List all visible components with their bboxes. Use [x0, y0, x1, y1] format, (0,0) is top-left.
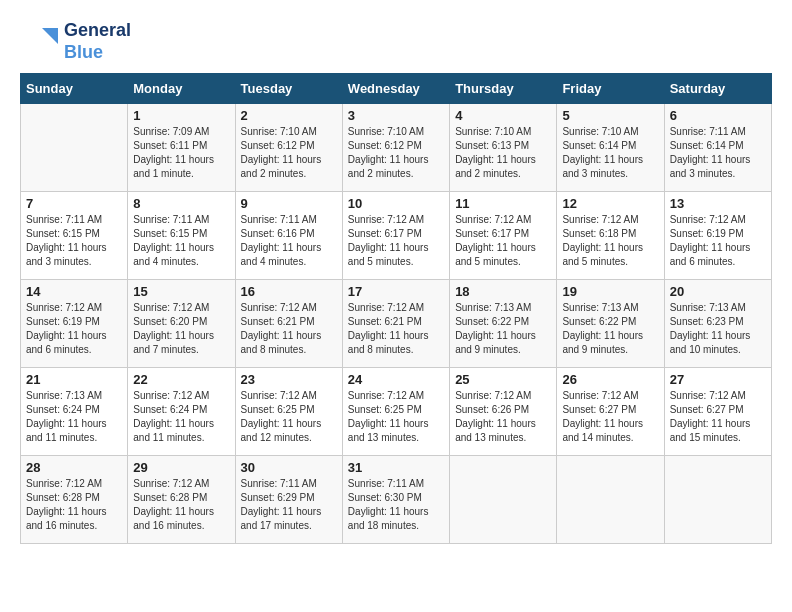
logo-blue-text: Blue	[64, 42, 131, 64]
day-info: Sunrise: 7:11 AM Sunset: 6:15 PM Dayligh…	[133, 213, 229, 269]
calendar-week-row: 14Sunrise: 7:12 AM Sunset: 6:19 PM Dayli…	[21, 280, 772, 368]
day-info: Sunrise: 7:12 AM Sunset: 6:21 PM Dayligh…	[241, 301, 337, 357]
day-info: Sunrise: 7:12 AM Sunset: 6:27 PM Dayligh…	[670, 389, 766, 445]
day-number: 6	[670, 108, 766, 123]
day-number: 7	[26, 196, 122, 211]
calendar-cell: 12Sunrise: 7:12 AM Sunset: 6:18 PM Dayli…	[557, 192, 664, 280]
day-info: Sunrise: 7:11 AM Sunset: 6:30 PM Dayligh…	[348, 477, 444, 533]
calendar-cell: 7Sunrise: 7:11 AM Sunset: 6:15 PM Daylig…	[21, 192, 128, 280]
calendar-cell: 23Sunrise: 7:12 AM Sunset: 6:25 PM Dayli…	[235, 368, 342, 456]
day-number: 10	[348, 196, 444, 211]
calendar-cell: 29Sunrise: 7:12 AM Sunset: 6:28 PM Dayli…	[128, 456, 235, 544]
calendar-cell: 10Sunrise: 7:12 AM Sunset: 6:17 PM Dayli…	[342, 192, 449, 280]
day-number: 17	[348, 284, 444, 299]
calendar-table: SundayMondayTuesdayWednesdayThursdayFrid…	[20, 73, 772, 544]
calendar-cell: 9Sunrise: 7:11 AM Sunset: 6:16 PM Daylig…	[235, 192, 342, 280]
calendar-cell: 24Sunrise: 7:12 AM Sunset: 6:25 PM Dayli…	[342, 368, 449, 456]
day-number: 22	[133, 372, 229, 387]
weekday-header: Thursday	[450, 74, 557, 104]
calendar-cell: 21Sunrise: 7:13 AM Sunset: 6:24 PM Dayli…	[21, 368, 128, 456]
day-info: Sunrise: 7:12 AM Sunset: 6:28 PM Dayligh…	[26, 477, 122, 533]
day-info: Sunrise: 7:11 AM Sunset: 6:15 PM Dayligh…	[26, 213, 122, 269]
day-number: 20	[670, 284, 766, 299]
day-info: Sunrise: 7:11 AM Sunset: 6:14 PM Dayligh…	[670, 125, 766, 181]
calendar-cell: 11Sunrise: 7:12 AM Sunset: 6:17 PM Dayli…	[450, 192, 557, 280]
svg-marker-0	[42, 28, 58, 44]
day-number: 18	[455, 284, 551, 299]
calendar-cell: 28Sunrise: 7:12 AM Sunset: 6:28 PM Dayli…	[21, 456, 128, 544]
day-info: Sunrise: 7:11 AM Sunset: 6:29 PM Dayligh…	[241, 477, 337, 533]
logo-svg-icon	[20, 22, 60, 62]
day-info: Sunrise: 7:12 AM Sunset: 6:21 PM Dayligh…	[348, 301, 444, 357]
calendar-cell: 2Sunrise: 7:10 AM Sunset: 6:12 PM Daylig…	[235, 104, 342, 192]
logo: GeneralBlue	[20, 20, 131, 63]
day-number: 5	[562, 108, 658, 123]
calendar-week-row: 28Sunrise: 7:12 AM Sunset: 6:28 PM Dayli…	[21, 456, 772, 544]
calendar-cell: 25Sunrise: 7:12 AM Sunset: 6:26 PM Dayli…	[450, 368, 557, 456]
day-info: Sunrise: 7:10 AM Sunset: 6:14 PM Dayligh…	[562, 125, 658, 181]
day-info: Sunrise: 7:13 AM Sunset: 6:22 PM Dayligh…	[455, 301, 551, 357]
day-number: 31	[348, 460, 444, 475]
day-info: Sunrise: 7:09 AM Sunset: 6:11 PM Dayligh…	[133, 125, 229, 181]
day-number: 15	[133, 284, 229, 299]
weekday-header: Tuesday	[235, 74, 342, 104]
day-info: Sunrise: 7:12 AM Sunset: 6:19 PM Dayligh…	[26, 301, 122, 357]
day-number: 1	[133, 108, 229, 123]
day-number: 9	[241, 196, 337, 211]
day-info: Sunrise: 7:10 AM Sunset: 6:12 PM Dayligh…	[241, 125, 337, 181]
calendar-cell: 13Sunrise: 7:12 AM Sunset: 6:19 PM Dayli…	[664, 192, 771, 280]
calendar-cell	[557, 456, 664, 544]
calendar-cell: 27Sunrise: 7:12 AM Sunset: 6:27 PM Dayli…	[664, 368, 771, 456]
day-info: Sunrise: 7:12 AM Sunset: 6:25 PM Dayligh…	[348, 389, 444, 445]
day-number: 27	[670, 372, 766, 387]
calendar-cell: 4Sunrise: 7:10 AM Sunset: 6:13 PM Daylig…	[450, 104, 557, 192]
day-info: Sunrise: 7:12 AM Sunset: 6:24 PM Dayligh…	[133, 389, 229, 445]
calendar-cell: 17Sunrise: 7:12 AM Sunset: 6:21 PM Dayli…	[342, 280, 449, 368]
day-number: 8	[133, 196, 229, 211]
day-number: 14	[26, 284, 122, 299]
logo-general-text: General	[64, 20, 131, 42]
day-info: Sunrise: 7:13 AM Sunset: 6:22 PM Dayligh…	[562, 301, 658, 357]
calendar-cell: 3Sunrise: 7:10 AM Sunset: 6:12 PM Daylig…	[342, 104, 449, 192]
calendar-cell: 22Sunrise: 7:12 AM Sunset: 6:24 PM Dayli…	[128, 368, 235, 456]
page-header: GeneralBlue	[20, 20, 772, 63]
day-info: Sunrise: 7:12 AM Sunset: 6:25 PM Dayligh…	[241, 389, 337, 445]
calendar-cell	[450, 456, 557, 544]
day-number: 21	[26, 372, 122, 387]
day-number: 4	[455, 108, 551, 123]
calendar-week-row: 21Sunrise: 7:13 AM Sunset: 6:24 PM Dayli…	[21, 368, 772, 456]
day-number: 12	[562, 196, 658, 211]
day-info: Sunrise: 7:12 AM Sunset: 6:18 PM Dayligh…	[562, 213, 658, 269]
day-info: Sunrise: 7:12 AM Sunset: 6:17 PM Dayligh…	[348, 213, 444, 269]
calendar-cell: 16Sunrise: 7:12 AM Sunset: 6:21 PM Dayli…	[235, 280, 342, 368]
day-number: 2	[241, 108, 337, 123]
calendar-cell: 5Sunrise: 7:10 AM Sunset: 6:14 PM Daylig…	[557, 104, 664, 192]
weekday-header: Saturday	[664, 74, 771, 104]
calendar-cell: 14Sunrise: 7:12 AM Sunset: 6:19 PM Dayli…	[21, 280, 128, 368]
day-info: Sunrise: 7:10 AM Sunset: 6:13 PM Dayligh…	[455, 125, 551, 181]
day-info: Sunrise: 7:12 AM Sunset: 6:19 PM Dayligh…	[670, 213, 766, 269]
day-number: 28	[26, 460, 122, 475]
calendar-week-row: 1Sunrise: 7:09 AM Sunset: 6:11 PM Daylig…	[21, 104, 772, 192]
day-info: Sunrise: 7:12 AM Sunset: 6:28 PM Dayligh…	[133, 477, 229, 533]
calendar-week-row: 7Sunrise: 7:11 AM Sunset: 6:15 PM Daylig…	[21, 192, 772, 280]
day-number: 25	[455, 372, 551, 387]
day-info: Sunrise: 7:13 AM Sunset: 6:23 PM Dayligh…	[670, 301, 766, 357]
day-info: Sunrise: 7:13 AM Sunset: 6:24 PM Dayligh…	[26, 389, 122, 445]
day-number: 30	[241, 460, 337, 475]
calendar-cell: 6Sunrise: 7:11 AM Sunset: 6:14 PM Daylig…	[664, 104, 771, 192]
calendar-cell: 8Sunrise: 7:11 AM Sunset: 6:15 PM Daylig…	[128, 192, 235, 280]
day-number: 23	[241, 372, 337, 387]
weekday-header-row: SundayMondayTuesdayWednesdayThursdayFrid…	[21, 74, 772, 104]
day-number: 11	[455, 196, 551, 211]
day-info: Sunrise: 7:11 AM Sunset: 6:16 PM Dayligh…	[241, 213, 337, 269]
weekday-header: Sunday	[21, 74, 128, 104]
calendar-cell	[21, 104, 128, 192]
calendar-cell: 19Sunrise: 7:13 AM Sunset: 6:22 PM Dayli…	[557, 280, 664, 368]
calendar-cell: 30Sunrise: 7:11 AM Sunset: 6:29 PM Dayli…	[235, 456, 342, 544]
calendar-cell: 26Sunrise: 7:12 AM Sunset: 6:27 PM Dayli…	[557, 368, 664, 456]
day-number: 26	[562, 372, 658, 387]
day-info: Sunrise: 7:10 AM Sunset: 6:12 PM Dayligh…	[348, 125, 444, 181]
weekday-header: Monday	[128, 74, 235, 104]
day-number: 13	[670, 196, 766, 211]
